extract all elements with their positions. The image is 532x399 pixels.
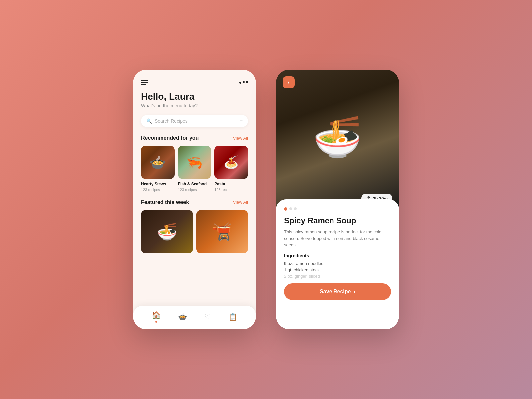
menu-icon[interactable] — [141, 80, 148, 85]
top-bar — [141, 80, 248, 85]
recipe-card-seafood[interactable]: Fish & Seafood 123 recipes — [178, 146, 211, 192]
ingredient-1: 9 oz. ramen noodles — [284, 261, 391, 266]
dot-1[interactable] — [284, 207, 287, 211]
left-phone: Hello, Laura What's on the menu today? 🔍… — [133, 70, 256, 329]
recommended-cards-row: Hearty Stews 123 recipes Fish & Seafood … — [141, 146, 248, 192]
bowl-icon: 🍲 — [178, 313, 187, 321]
seafood-count: 123 recipes — [178, 188, 211, 192]
search-bar[interactable]: 🔍 Search Recipes ≡ — [141, 115, 248, 127]
phones-container: Hello, Laura What's on the menu today? 🔍… — [133, 70, 399, 329]
greeting-title: Hello, Laura — [141, 92, 248, 102]
greeting-section: Hello, Laura What's on the menu today? — [141, 92, 248, 109]
right-phone: ‹ ⏱ 2h 30m Spicy Ramen Soup This spicy r… — [276, 70, 399, 329]
indicator-dots — [284, 207, 391, 211]
pasta-name: Pasta — [214, 182, 248, 187]
heart-icon: ♡ — [204, 313, 211, 321]
home-icon: 🏠 — [152, 311, 161, 320]
food-hero-image: ‹ ⏱ 2h 30m — [276, 70, 399, 209]
seafood-image — [178, 146, 211, 179]
greeting-subtitle: What's on the menu today? — [141, 103, 248, 108]
recommended-header: Recommended for you View All — [141, 135, 248, 141]
left-phone-content: Hello, Laura What's on the menu today? 🔍… — [133, 70, 256, 306]
recommended-view-all[interactable]: View All — [233, 136, 248, 141]
seafood-food-visual — [178, 146, 211, 179]
ingredients-title: Ingredients: — [284, 253, 391, 258]
options-icon[interactable] — [239, 81, 248, 84]
search-icon: 🔍 — [146, 118, 152, 124]
seafood-name: Fish & Seafood — [178, 182, 211, 187]
filter-icon[interactable]: ≡ — [240, 118, 243, 124]
recipe-description: This spicy ramen soup recipe is perfect … — [284, 229, 391, 248]
stew-image — [141, 146, 175, 179]
dot-2[interactable] — [289, 207, 292, 210]
recipe-detail-card: Spicy Ramen Soup This spicy ramen soup r… — [276, 200, 399, 329]
recipe-name: Spicy Ramen Soup — [284, 216, 391, 225]
bookmark-icon: 📋 — [228, 313, 237, 321]
save-recipe-button[interactable]: Save Recipe › — [284, 283, 391, 300]
pasta-image — [214, 146, 248, 179]
featured-pie-card[interactable] — [196, 210, 248, 253]
pasta-count: 123 recipes — [214, 188, 248, 192]
dot-3[interactable] — [294, 207, 297, 210]
stew-food-visual — [141, 146, 175, 179]
recipe-card-stew[interactable]: Hearty Stews 123 recipes — [141, 146, 175, 192]
nav-favorites[interactable]: ♡ — [204, 313, 211, 321]
search-input[interactable]: Search Recipes — [155, 118, 240, 124]
stew-name: Hearty Stews — [141, 182, 175, 187]
nav-active-dot — [155, 321, 157, 323]
stew-count: 123 recipes — [141, 188, 175, 192]
ingredient-3: 2 oz. ginger, sliced — [284, 274, 391, 279]
bottom-nav: 🏠 🍲 ♡ 📋 — [133, 306, 256, 329]
nav-recipes[interactable]: 🍲 — [178, 313, 187, 321]
recommended-title: Recommended for you — [141, 135, 199, 141]
featured-ramen-card[interactable] — [141, 210, 193, 253]
nav-home[interactable]: 🏠 — [152, 311, 161, 323]
featured-cards-row — [141, 210, 248, 253]
featured-header: Featured this week View All — [141, 200, 248, 205]
featured-title: Featured this week — [141, 200, 189, 205]
pasta-food-visual — [214, 146, 248, 179]
recipe-card-pasta[interactable]: Pasta 123 recipes — [214, 146, 248, 192]
featured-view-all[interactable]: View All — [233, 200, 248, 205]
back-button[interactable]: ‹ — [283, 76, 295, 88]
save-button-label: Save Recipe — [320, 289, 351, 295]
ingredient-2: 1 qt. chicken stock — [284, 267, 391, 272]
save-arrow-icon: › — [353, 289, 355, 295]
nav-saved[interactable]: 📋 — [228, 313, 237, 321]
